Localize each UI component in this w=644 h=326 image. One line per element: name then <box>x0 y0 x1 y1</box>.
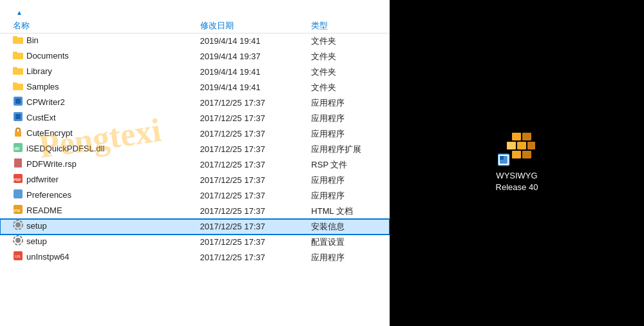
file-name-cell: Library <box>0 64 195 78</box>
table-row[interactable]: UNunInstpw642017/12/25 17:37应用程序 <box>0 250 390 265</box>
column-header-modified[interactable]: 修改日期 <box>195 19 307 34</box>
file-type-cell: 文件夹 <box>306 34 390 49</box>
column-header-name[interactable]: 名称 <box>0 19 195 34</box>
file-modified-cell: 2017/12/25 17:37 <box>195 173 307 188</box>
file-name-label: CustExt <box>26 113 56 122</box>
file-name-cell: PDFpdfwriter <box>0 173 195 186</box>
file-icon: PDF <box>13 173 23 186</box>
file-type-cell: 应用程序 <box>306 173 390 188</box>
file-type-cell: 文件夹 <box>306 64 390 80</box>
svg-rect-11 <box>15 114 21 119</box>
file-icon <box>13 189 23 201</box>
table-row[interactable]: Preferences2017/12/25 17:37应用程序 <box>0 188 390 204</box>
column-header-type[interactable]: 类型 <box>306 19 390 34</box>
svg-rect-29 <box>507 142 516 149</box>
file-modified-cell: 2019/4/14 19:41 <box>195 80 307 95</box>
table-row[interactable]: dlliSEDQuickPDFSL.dll2017/12/25 17:37应用程… <box>0 142 390 157</box>
file-type-cell: 应用程序 <box>306 188 390 204</box>
svg-rect-36 <box>500 156 504 160</box>
file-name-cell: setup <box>0 235 195 248</box>
preview-label: WYSIWYG Release 40 <box>496 170 538 193</box>
file-name-label: Preferences <box>26 190 71 200</box>
file-modified-cell: 2017/12/25 17:37 <box>195 235 307 250</box>
sort-arrow-area: ▲ <box>0 6 390 19</box>
file-modified-cell: 2019/4/14 19:37 <box>195 49 307 64</box>
file-modified-cell: 2017/12/25 17:37 <box>195 188 307 204</box>
sort-arrow-icon: ▲ <box>16 9 23 16</box>
file-icon: HTM <box>13 204 23 216</box>
file-type-cell: 应用程序 <box>306 111 390 126</box>
file-modified-cell: 2019/4/14 19:41 <box>195 64 307 80</box>
file-icon: UN <box>13 251 23 263</box>
file-name-label: unInstpw64 <box>26 252 70 262</box>
svg-rect-7 <box>13 84 23 90</box>
file-type-cell: 文件夹 <box>306 80 390 95</box>
file-type-cell: 文件夹 <box>306 49 390 64</box>
file-name-label: Bin <box>26 35 39 45</box>
file-name-label: setup <box>26 236 47 246</box>
file-name-label: CuteEncrypt <box>26 128 73 138</box>
svg-text:HTM: HTM <box>13 209 20 213</box>
preview-label-line2: Release 40 <box>496 182 538 193</box>
table-row[interactable]: Documents2019/4/14 19:37文件夹 <box>0 49 390 64</box>
svg-rect-28 <box>522 133 531 140</box>
file-icon <box>13 81 23 93</box>
file-icon <box>13 50 23 62</box>
file-icon <box>13 34 23 46</box>
file-icon <box>13 65 23 77</box>
table-row[interactable]: CustExt2017/12/25 17:37应用程序 <box>0 111 390 126</box>
svg-rect-3 <box>13 53 23 59</box>
svg-rect-32 <box>512 151 521 158</box>
table-row[interactable]: CuteEncrypt2017/12/25 17:37应用程序 <box>0 126 390 142</box>
file-icon <box>13 220 23 232</box>
preview-content: WYSIWYG Release 40 <box>496 133 538 193</box>
file-modified-cell: 2017/12/25 17:37 <box>195 142 307 157</box>
table-row[interactable]: setup2017/12/25 17:37配置设置 <box>0 235 390 250</box>
svg-text:dll: dll <box>14 146 19 151</box>
table-row[interactable]: Bin2019/4/14 19:41文件夹 <box>0 34 390 49</box>
file-type-cell: HTML 文档 <box>306 204 390 219</box>
svg-rect-33 <box>522 151 531 158</box>
file-name-label: PDFWrite.rsp <box>26 159 77 169</box>
table-row[interactable]: setup2017/12/25 17:37安装信息 <box>0 219 390 235</box>
file-name-cell: Bin <box>0 34 195 47</box>
table-row[interactable]: PDFpdfwriter2017/12/25 17:37应用程序 <box>0 173 390 188</box>
file-modified-cell: 2017/12/25 17:37 <box>195 95 307 111</box>
table-row[interactable]: Samples2019/4/14 19:41文件夹 <box>0 80 390 95</box>
file-panel: ▲ Pengtexi 名称 修改日期 类型 Bin2019/4/14 19:41… <box>0 0 390 326</box>
file-type-cell: RSP 文件 <box>306 157 390 173</box>
file-icon <box>13 127 23 139</box>
file-name-cell: dlliSEDQuickPDFSL.dll <box>0 142 195 155</box>
table-row[interactable]: PDFWrite.rsp2017/12/25 17:37RSP 文件 <box>0 157 390 173</box>
wysiwyg-icon <box>498 133 536 165</box>
file-name-cell: CuteEncrypt <box>0 126 195 140</box>
svg-rect-5 <box>13 68 23 75</box>
svg-rect-27 <box>512 133 521 140</box>
file-icon <box>13 111 23 124</box>
file-modified-cell: 2017/12/25 17:37 <box>195 204 307 219</box>
file-type-cell: 应用程序扩展 <box>306 142 390 157</box>
svg-rect-30 <box>517 142 526 149</box>
file-name-cell: CPWriter2 <box>0 95 195 109</box>
file-modified-cell: 2017/12/25 17:37 <box>195 219 307 235</box>
file-modified-cell: 2017/12/25 17:37 <box>195 157 307 173</box>
svg-rect-31 <box>527 142 535 149</box>
svg-point-22 <box>15 222 21 227</box>
table-row[interactable]: CPWriter22017/12/25 17:37应用程序 <box>0 95 390 111</box>
file-icon <box>13 158 23 170</box>
file-name-cell: HTMREADME <box>0 204 195 217</box>
preview-label-line1: WYSIWYG <box>496 170 538 182</box>
svg-rect-15 <box>14 158 22 168</box>
file-name-cell: PDFWrite.rsp <box>0 157 195 171</box>
file-modified-cell: 2017/12/25 17:37 <box>195 250 307 265</box>
svg-rect-12 <box>15 131 21 137</box>
file-name-cell: Samples <box>0 80 195 93</box>
file-modified-cell: 2019/4/14 19:41 <box>195 34 307 49</box>
table-header-row: 名称 修改日期 类型 <box>0 19 390 34</box>
file-type-cell: 应用程序 <box>306 250 390 265</box>
file-name-cell: setup <box>0 219 195 233</box>
table-row[interactable]: HTMREADME2017/12/25 17:37HTML 文档 <box>0 204 390 219</box>
table-row[interactable]: Library2019/4/14 19:41文件夹 <box>0 64 390 80</box>
file-type-cell: 应用程序 <box>306 95 390 111</box>
file-icon <box>13 96 23 108</box>
